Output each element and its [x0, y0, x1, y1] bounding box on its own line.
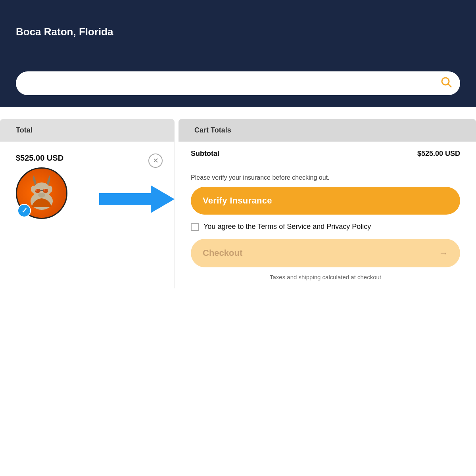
svg-point-10: [31, 186, 36, 193]
subtotal-value: $525.00 USD: [417, 150, 460, 158]
svg-rect-4: [35, 189, 40, 193]
verify-insurance-button[interactable]: Verify Insurance: [191, 187, 460, 215]
search-icon[interactable]: [440, 76, 452, 91]
close-icon: ✕: [153, 156, 159, 165]
content-row: $525.00 USD: [0, 142, 476, 288]
terms-checkbox[interactable]: [191, 223, 199, 231]
cart-totals-column-header: Cart Totals: [178, 119, 476, 142]
terms-text: You agree to the Terms of Service and Pr…: [203, 222, 371, 232]
product-price: $525.00 USD: [16, 154, 159, 163]
search-bar: [16, 71, 460, 95]
main-content: Total Cart Totals $525.00 USD: [0, 107, 476, 300]
product-image-wrap: ✓: [16, 167, 67, 219]
check-icon: ✓: [21, 206, 27, 215]
header: Boca Raton, Florida: [0, 0, 476, 63]
checkout-button[interactable]: Checkout →: [191, 239, 460, 267]
right-column: Subtotal $525.00 USD Please verify your …: [175, 142, 476, 288]
svg-point-11: [48, 186, 52, 193]
blue-arrow: [99, 183, 175, 217]
verified-badge: ✓: [17, 204, 31, 217]
svg-rect-5: [43, 189, 48, 193]
subtotal-row: Subtotal $525.00 USD: [191, 142, 460, 166]
terms-row: You agree to the Terms of Service and Pr…: [191, 222, 460, 232]
verify-note: Please verify your insurance before chec…: [191, 174, 460, 181]
taxes-note: Taxes and shipping calculated at checkou…: [191, 274, 460, 280]
subtotal-label: Subtotal: [191, 150, 219, 158]
close-button[interactable]: ✕: [148, 154, 163, 168]
checkout-label: Checkout: [203, 248, 242, 258]
left-column: $525.00 USD: [0, 142, 175, 231]
svg-point-8: [44, 189, 45, 191]
location-text: Boca Raton, Florida: [16, 26, 113, 38]
checkout-arrow-icon: →: [439, 248, 448, 259]
svg-point-7: [36, 189, 37, 191]
table-header: Total Cart Totals: [0, 119, 476, 142]
svg-point-9: [38, 193, 45, 198]
svg-marker-12: [99, 185, 175, 213]
total-column-header: Total: [0, 119, 175, 142]
search-area: [0, 63, 476, 107]
svg-line-1: [448, 84, 451, 87]
